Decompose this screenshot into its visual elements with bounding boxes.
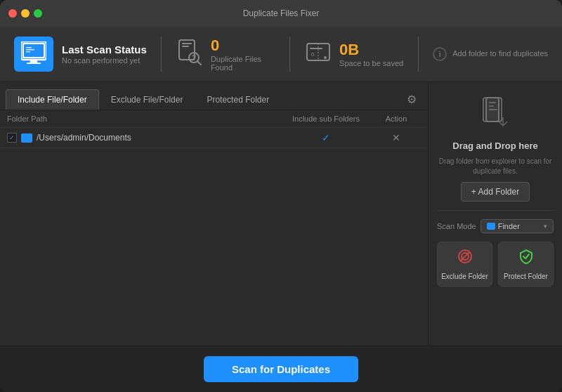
search-icon: ?	[176, 38, 204, 71]
tab-include[interactable]: Include File/Folder	[6, 89, 99, 110]
scan-status-section: Last Scan Status No scan performed yet	[14, 37, 147, 72]
svg-rect-23	[489, 109, 497, 110]
exclude-folder-label: Exclude Folder	[441, 273, 488, 280]
svg-line-12	[197, 61, 201, 65]
svg-line-26	[503, 122, 507, 126]
row-path: /Users/admin/Documents	[37, 133, 280, 143]
scan-status-title: Last Scan Status	[62, 44, 147, 56]
space-stat-info: 0B Space to be saved	[339, 41, 403, 67]
svg-rect-4	[24, 44, 44, 57]
divider-1	[161, 37, 162, 72]
minimize-button[interactable]	[21, 9, 30, 18]
space-stat: 0 0B Space to be saved	[304, 38, 404, 71]
svg-rect-21	[489, 102, 496, 103]
svg-rect-5	[26, 47, 32, 48]
action-buttons: Exclude Folder Protect Folder	[437, 242, 554, 287]
duplicate-stat: ? 0 Duplicate Files Found	[176, 37, 275, 72]
col-path-header: Folder Path	[7, 115, 280, 123]
close-button[interactable]	[8, 9, 17, 18]
svg-point-15	[324, 56, 327, 59]
header-stats: Last Scan Status No scan performed yet ?…	[0, 27, 562, 82]
drag-drop-icon	[478, 93, 513, 135]
main-content: Include File/Folder Exclude File/Folder …	[0, 82, 562, 346]
left-panel: Include File/Folder Exclude File/Folder …	[0, 82, 429, 346]
svg-rect-10	[182, 46, 189, 47]
svg-rect-7	[26, 51, 30, 53]
scan-status-sub: No scan performed yet	[62, 56, 147, 65]
exclude-folder-button[interactable]: Exclude Folder	[437, 242, 492, 287]
table-body: ✓ /Users/admin/Documents ✓ ✕	[0, 128, 428, 346]
duplicate-stat-info: 0 Duplicate Files Found	[211, 37, 275, 72]
svg-rect-22	[489, 105, 494, 107]
row-sub-check[interactable]: ✓	[280, 132, 372, 143]
svg-rect-2	[30, 60, 37, 63]
tab-protected[interactable]: Protected Folder	[195, 89, 281, 110]
svg-text:0: 0	[311, 51, 315, 58]
duplicate-count: 0	[211, 37, 275, 55]
duplicate-label: Duplicate Files Found	[211, 55, 275, 72]
col-action-header: Action	[372, 115, 421, 123]
svg-line-25	[499, 122, 503, 126]
divider-2	[289, 37, 290, 72]
divider-3	[418, 37, 419, 72]
table-header: Folder Path Include sub Folders Action	[0, 110, 428, 128]
titlebar: Duplicate Files Fixer	[0, 0, 562, 27]
scan-duplicates-button[interactable]: Scan for Duplicates	[204, 356, 358, 382]
scan-mode-dropdown[interactable]: Finder ▾	[481, 219, 554, 233]
row-delete-action[interactable]: ✕	[372, 132, 421, 143]
svg-rect-3	[27, 63, 41, 64]
add-folder-label: + Add Folder	[471, 187, 519, 197]
protect-folder-button[interactable]: Protect Folder	[498, 242, 554, 287]
space-value: 0B	[339, 41, 403, 59]
settings-gear-icon[interactable]: ⚙	[401, 90, 422, 109]
scan-mode-label: Scan Mode	[437, 222, 476, 230]
drag-drop-area: Drag and Drop here Drag folder from expl…	[437, 93, 554, 211]
scan-mode-row: Scan Mode Finder ▾	[437, 219, 554, 233]
svg-text:?: ?	[192, 54, 196, 62]
bottom-bar: Scan for Duplicates	[0, 346, 562, 392]
col-sub-header: Include sub Folders	[280, 115, 372, 123]
add-folder-info: i Add folder to find duplicates	[433, 47, 548, 61]
table-row: ✓ /Users/admin/Documents ✓ ✕	[0, 128, 428, 148]
window-controls	[8, 9, 42, 18]
info-text: Add folder to find duplicates	[452, 48, 548, 59]
scan-status-text: Last Scan Status No scan performed yet	[62, 44, 147, 65]
row-checkbox[interactable]: ✓	[7, 133, 17, 143]
svg-rect-6	[26, 49, 34, 51]
chevron-down-icon: ▾	[544, 223, 547, 230]
disk-icon: 0	[304, 38, 332, 71]
drag-drop-title: Drag and Drop here	[452, 141, 537, 151]
window-title: Duplicate Files Fixer	[243, 8, 320, 18]
tabs-header: Include File/Folder Exclude File/Folder …	[0, 82, 428, 110]
maximize-button[interactable]	[34, 9, 42, 18]
exclude-folder-icon	[457, 248, 473, 268]
protect-folder-label: Protect Folder	[504, 273, 548, 280]
tab-exclude[interactable]: Exclude File/Folder	[99, 89, 195, 110]
app-window: Duplicate Files Fixer Last Scan Status	[0, 0, 562, 392]
finder-icon	[487, 223, 495, 230]
right-panel: Drag and Drop here Drag folder from expl…	[429, 82, 562, 346]
drag-drop-sub: Drag folder from explorer to scan for du…	[437, 157, 554, 176]
add-folder-button[interactable]: + Add Folder	[461, 182, 530, 202]
info-icon: i	[433, 47, 447, 61]
folder-icon	[21, 133, 32, 143]
protect-folder-icon	[518, 248, 535, 268]
scan-mode-value: Finder	[498, 222, 520, 230]
svg-rect-16	[310, 48, 322, 49]
monitor-icon	[14, 37, 53, 72]
space-label: Space to be saved	[339, 59, 403, 67]
svg-rect-9	[182, 43, 192, 44]
